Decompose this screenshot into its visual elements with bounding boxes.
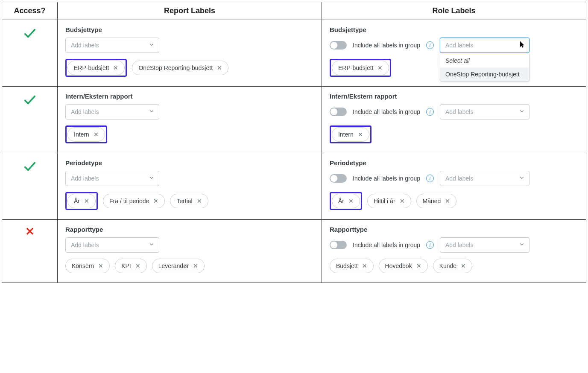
- close-icon[interactable]: ✕: [445, 198, 450, 204]
- label-chip[interactable]: Konsern✕: [65, 259, 110, 273]
- close-icon[interactable]: ✕: [193, 263, 198, 269]
- access-cell: [2, 220, 58, 283]
- add-labels-select[interactable]: Add labels: [65, 38, 159, 53]
- chevron-down-icon: [149, 42, 155, 49]
- controls-row: Add labels: [65, 104, 314, 119]
- role-cell: BudsjettypeInclude all labels in groupiA…: [322, 20, 586, 87]
- highlight-box: ERP-budsjett✕: [330, 59, 391, 77]
- chip-label: Hittil i år: [374, 198, 395, 204]
- role-cell: PeriodetypeInclude all labels in groupiA…: [322, 153, 586, 220]
- role-cell: Intern/Ekstern rapportInclude all labels…: [322, 87, 586, 153]
- select-wrap: Add labels: [440, 104, 529, 119]
- dropdown-option-selectall[interactable]: Select all: [440, 54, 529, 67]
- check-icon: [23, 102, 37, 108]
- label-chip[interactable]: Kunde✕: [433, 259, 472, 273]
- access-cell: [2, 20, 58, 87]
- close-icon[interactable]: ✕: [416, 263, 421, 269]
- chip-label: Fra / til periode: [109, 198, 149, 204]
- select-wrap: Add labels: [440, 171, 529, 186]
- chips-row: År✕Fra / til periode✕Tertial✕: [65, 192, 314, 210]
- add-labels-select[interactable]: Add labels: [65, 104, 159, 119]
- check-icon: [23, 35, 37, 42]
- chips-row: År✕Hittil i år✕Måned✕: [330, 192, 578, 210]
- chip-label: Konsern: [72, 262, 94, 269]
- label-chip[interactable]: KPI✕: [115, 259, 147, 273]
- include-all-label: Include all labels in group: [353, 108, 420, 115]
- check-icon: [23, 168, 37, 175]
- close-icon[interactable]: ✕: [377, 65, 383, 71]
- info-icon[interactable]: i: [426, 41, 434, 49]
- close-icon[interactable]: ✕: [135, 263, 140, 269]
- select-wrap: Add labels: [440, 237, 529, 253]
- include-all-toggle[interactable]: [330, 241, 347, 249]
- close-icon[interactable]: ✕: [113, 65, 118, 71]
- highlight-box: Intern✕: [330, 125, 372, 143]
- select-placeholder: Add labels: [71, 242, 99, 248]
- add-labels-select[interactable]: Add labels: [440, 171, 529, 186]
- group-title: Intern/Ekstern rapport: [330, 93, 578, 100]
- include-all-label: Include all labels in group: [353, 242, 420, 248]
- select-placeholder: Add labels: [71, 108, 99, 115]
- controls-row: Include all labels in groupiAdd labels: [330, 104, 578, 119]
- role-cell: RapporttypeInclude all labels in groupiA…: [322, 220, 586, 283]
- labels-comparison-table: Access? Report Labels Role Labels Budsje…: [2, 2, 586, 283]
- label-chip[interactable]: Måned✕: [416, 194, 457, 208]
- report-cell: Intern/Ekstern rapportAdd labelsIntern✕: [58, 87, 322, 153]
- include-all-toggle[interactable]: [330, 41, 347, 50]
- access-cell: [2, 153, 58, 220]
- label-chip[interactable]: ERP-budsjett✕: [67, 61, 125, 75]
- chip-label: ERP-budsjett: [74, 64, 109, 71]
- chip-label: Tertial: [176, 198, 192, 204]
- info-icon[interactable]: i: [426, 108, 434, 116]
- label-chip[interactable]: År✕: [332, 194, 360, 208]
- close-icon[interactable]: ✕: [153, 198, 158, 204]
- report-cell: BudsjettypeAdd labelsERP-budsjett✕OneSto…: [58, 20, 322, 87]
- label-chip[interactable]: Budsjett✕: [330, 259, 374, 273]
- include-all-toggle[interactable]: [330, 108, 347, 116]
- close-icon[interactable]: ✕: [362, 263, 367, 269]
- chip-label: KPI: [121, 262, 131, 269]
- label-chip[interactable]: Fra / til periode✕: [103, 194, 165, 208]
- close-icon[interactable]: ✕: [94, 131, 99, 137]
- label-chip[interactable]: Tertial✕: [170, 194, 208, 208]
- label-chip[interactable]: ERP-budsjett✕: [332, 61, 389, 75]
- close-icon[interactable]: ✕: [358, 131, 363, 137]
- label-chip[interactable]: År✕: [67, 194, 96, 208]
- chip-label: Kunde: [439, 262, 456, 269]
- select-placeholder: Add labels: [445, 242, 473, 248]
- close-icon[interactable]: ✕: [348, 198, 354, 204]
- controls-row: Include all labels in groupiAdd labels: [330, 171, 578, 186]
- chips-row: Budsjett✕Hovedbok✕Kunde✕: [330, 259, 578, 273]
- highlight-box: År✕: [65, 192, 98, 210]
- close-icon[interactable]: ✕: [461, 263, 466, 269]
- group-title: Intern/Ekstern rapport: [65, 93, 314, 100]
- close-icon[interactable]: ✕: [98, 263, 103, 269]
- info-icon[interactable]: i: [426, 175, 434, 182]
- label-chip[interactable]: OneStop Reporting-budsjett✕: [132, 61, 228, 75]
- label-chip[interactable]: Leverandør✕: [152, 259, 205, 273]
- add-labels-select[interactable]: Add labels: [440, 38, 529, 53]
- label-chip[interactable]: Hovedbok✕: [379, 259, 428, 273]
- select-placeholder: Add labels: [71, 42, 99, 49]
- info-icon[interactable]: i: [426, 241, 434, 249]
- add-labels-select[interactable]: Add labels: [440, 104, 529, 119]
- add-labels-select[interactable]: Add labels: [440, 237, 529, 253]
- chevron-down-icon: [519, 175, 525, 182]
- chevron-down-icon: [519, 242, 525, 249]
- include-all-toggle[interactable]: [330, 174, 347, 183]
- chip-label: År: [74, 198, 80, 204]
- group-title: Budsjettype: [65, 26, 314, 33]
- label-chip[interactable]: Hittil i år✕: [367, 194, 411, 208]
- close-icon[interactable]: ✕: [197, 198, 202, 204]
- close-icon[interactable]: ✕: [217, 65, 222, 71]
- label-chip[interactable]: Intern✕: [332, 127, 369, 142]
- close-icon[interactable]: ✕: [400, 198, 405, 204]
- group-title: Periodetype: [65, 159, 314, 166]
- table-row: BudsjettypeAdd labelsERP-budsjett✕OneSto…: [2, 20, 586, 87]
- add-labels-select[interactable]: Add labels: [65, 237, 159, 253]
- label-chip[interactable]: Intern✕: [67, 127, 105, 142]
- add-labels-select[interactable]: Add labels: [65, 171, 159, 186]
- close-icon[interactable]: ✕: [84, 198, 89, 204]
- dropdown-option[interactable]: OneStop Reporting-budsjett: [440, 67, 529, 81]
- chips-row: ERP-budsjett✕OneStop Reporting-budsjett✕: [65, 59, 314, 77]
